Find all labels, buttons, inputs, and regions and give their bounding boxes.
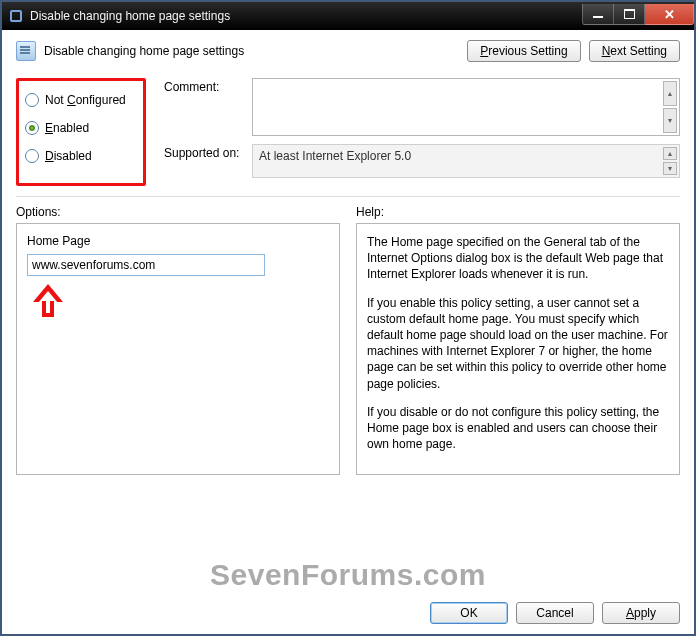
- dialog-footer: OK Cancel Apply: [430, 602, 680, 624]
- policy-icon: [16, 41, 36, 61]
- minimize-button[interactable]: [582, 4, 614, 25]
- homepage-field-label: Home Page: [27, 234, 329, 248]
- radio-enabled[interactable]: Enabled: [25, 121, 137, 135]
- titlebar[interactable]: Disable changing home page settings ✕: [2, 2, 694, 30]
- scrollbar[interactable]: ▲▼: [663, 147, 677, 175]
- previous-setting-button[interactable]: Previous Setting: [467, 40, 580, 62]
- help-text: If you enable this policy setting, a use…: [367, 295, 669, 392]
- help-text: If you disable or do not configure this …: [367, 404, 669, 453]
- homepage-input[interactable]: [27, 254, 265, 276]
- scrollbar[interactable]: ▲▼: [663, 81, 677, 133]
- watermark: SevenForums.com: [2, 558, 694, 592]
- window-controls: ✕: [582, 4, 694, 24]
- maximize-button[interactable]: [614, 4, 645, 25]
- divider: [16, 196, 680, 197]
- close-button[interactable]: ✕: [645, 4, 694, 25]
- radio-icon: [25, 121, 39, 135]
- help-label: Help:: [356, 205, 680, 219]
- apply-button[interactable]: Apply: [602, 602, 680, 624]
- options-label: Options:: [16, 205, 340, 219]
- help-text: The Home page specified on the General t…: [367, 234, 669, 283]
- dialog-window: Disable changing home page settings ✕ Di…: [0, 0, 696, 636]
- ok-button[interactable]: OK: [430, 602, 508, 624]
- supported-on-box: At least Internet Explorer 5.0 ▲▼: [252, 144, 680, 178]
- radio-icon: [25, 93, 39, 107]
- radio-disabled[interactable]: Disabled: [25, 149, 137, 163]
- supported-on-value: At least Internet Explorer 5.0: [259, 149, 411, 163]
- policy-title: Disable changing home page settings: [44, 44, 244, 58]
- options-panel: Home Page: [16, 223, 340, 475]
- client-area: Disable changing home page settings Prev…: [2, 30, 694, 634]
- cancel-button[interactable]: Cancel: [516, 602, 594, 624]
- annotation-arrow-icon: [33, 284, 63, 320]
- supported-label: Supported on:: [164, 144, 252, 160]
- comment-label: Comment:: [164, 78, 252, 94]
- comment-textarea[interactable]: ▲▼: [252, 78, 680, 136]
- window-title: Disable changing home page settings: [30, 9, 582, 23]
- radio-not-configured[interactable]: Not Configured: [25, 93, 137, 107]
- help-panel: The Home page specified on the General t…: [356, 223, 680, 475]
- radio-icon: [25, 149, 39, 163]
- app-icon: [8, 8, 24, 24]
- state-radio-group: Not Configured Enabled Disabled: [16, 78, 146, 186]
- next-setting-button[interactable]: Next Setting: [589, 40, 680, 62]
